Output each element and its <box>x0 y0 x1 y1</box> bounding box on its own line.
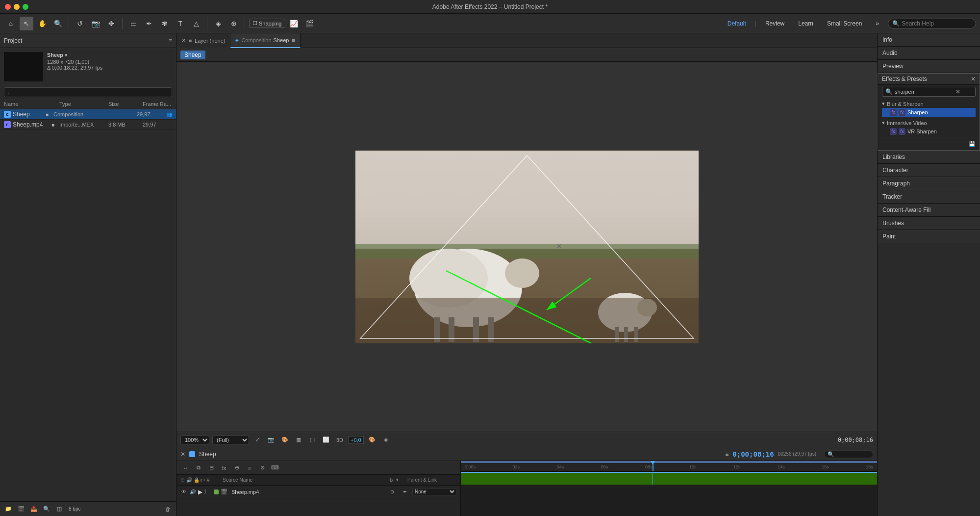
timeline-header: ✕ Sheep ≡ 0;00;08;16 00256 (29,97 fps) <box>176 447 877 461</box>
nav-small-screen[interactable]: Small Screen <box>822 18 867 29</box>
ep-sharpen-fx-icon: fx <box>890 109 897 116</box>
selection-tool[interactable]: ↖ <box>20 17 33 30</box>
maximize-button[interactable] <box>23 4 28 10</box>
layer-tab[interactable]: ✕ ■ Layer (none) <box>176 33 230 48</box>
ruler-mark-6: 06s <box>601 464 608 469</box>
project-search-input[interactable] <box>4 87 172 97</box>
snapping-toggle[interactable]: ☐ Snapping <box>249 19 285 28</box>
layer-pen-btn[interactable]: ✒ <box>400 487 410 497</box>
unified-camera-tool[interactable]: 📷 <box>89 17 102 30</box>
rotate-tool[interactable]: ↺ <box>73 17 87 30</box>
search-project-btn[interactable]: 🔍 <box>41 504 52 515</box>
rp-paint-header[interactable]: Paint <box>878 230 980 243</box>
zoom-tool[interactable]: 🔍 <box>51 17 65 30</box>
tl-ctrl-5[interactable]: ⊕ <box>231 463 242 473</box>
tl-timecode[interactable]: 0;00;08;16 <box>732 450 774 458</box>
resolution-btn[interactable]: ▦ <box>293 435 304 445</box>
rp-audio-header[interactable]: Audio <box>878 47 980 59</box>
tl-ctrl-8[interactable]: ⌨ <box>270 463 280 473</box>
ep-clear-btn[interactable]: ✕ <box>955 88 960 95</box>
flowchart-btn[interactable]: ◫ <box>54 504 65 515</box>
project-item-sheep-mp4[interactable]: F Sheep.mp4 ■ Importe...MEX 3,8 MB 29,97 <box>0 120 176 130</box>
tl-ctrl-4[interactable]: fx <box>219 463 229 473</box>
rp-character-header[interactable]: Character <box>878 164 980 177</box>
search-input[interactable] <box>902 20 970 27</box>
mask-tool[interactable]: ▭ <box>126 17 140 30</box>
close-timeline-btn[interactable]: ✕ <box>180 451 185 458</box>
show-channel-btn[interactable]: 🎨 <box>279 435 290 445</box>
3d-renderer-btn[interactable]: 3D <box>334 435 345 445</box>
rp-info-header[interactable]: Info <box>878 33 980 46</box>
comp-tab-sheep[interactable]: ◈ Composition Sheep ≡ <box>230 33 300 48</box>
tl-ctrl-2[interactable]: ⧉ <box>193 463 204 473</box>
tl-ctrl-6[interactable]: ≡ <box>244 463 255 473</box>
region-of-interest-btn[interactable]: ⬚ <box>307 435 318 445</box>
nav-more[interactable]: » <box>871 18 884 29</box>
pen-tool[interactable]: ✒ <box>142 17 156 30</box>
layer-vis-eye[interactable]: 👁 <box>180 489 187 495</box>
rp-libraries-header[interactable]: Libraries <box>878 151 980 163</box>
rp-preview-header[interactable]: Preview <box>878 60 980 73</box>
layer-motion-blur-btn[interactable]: ⊙ <box>387 487 398 497</box>
snapshot-btn[interactable]: 📷 <box>266 435 276 445</box>
nav-learn[interactable]: Learn <box>793 18 818 29</box>
ep-search-input[interactable] <box>895 89 954 95</box>
rp-brushes-header[interactable]: Brushes <box>878 217 980 230</box>
motion-sketch-btn[interactable]: 🎬 <box>303 17 317 30</box>
rp-paragraph-header[interactable]: Paragraph <box>878 177 980 190</box>
svg-text:✕: ✕ <box>556 242 562 250</box>
fit-to-view-btn[interactable]: ⤢ <box>252 435 263 445</box>
new-folder-btn[interactable]: 📁 <box>3 504 14 515</box>
tl-ctrl-3[interactable]: ⊟ <box>206 463 217 473</box>
puppet-tool[interactable]: ◈ <box>211 17 225 30</box>
tl-ctrl-7[interactable]: ⊗ <box>257 463 268 473</box>
nav-default[interactable]: Default <box>723 18 751 29</box>
quality-select[interactable]: (Full) (Half) (Quarter) <box>212 436 249 444</box>
comp-tab-menu[interactable]: ≡ <box>292 37 295 43</box>
mask-feather-tool[interactable]: ✾ <box>158 17 172 30</box>
tl-menu-icon[interactable]: ≡ <box>725 451 729 458</box>
ep-blur-sharpen-header[interactable]: ▾ Blur & Sharpen <box>882 100 976 108</box>
tl-track-sheep-mp4[interactable] <box>461 472 877 485</box>
layer-expander[interactable]: ▶ <box>198 489 202 495</box>
ep-item-sharpen[interactable]: fx fx Sharpen <box>882 108 976 117</box>
tl-search-input[interactable] <box>824 450 873 458</box>
graph-editor-btn[interactable]: 📈 <box>287 17 301 30</box>
ep-sharpen-label: Sharpen <box>907 109 928 115</box>
tl-ruler[interactable]: 0:00s 02s 04s 06s 08s 10s 12s 14s 16s 18… <box>461 461 877 472</box>
snapping-checkbox: ☐ <box>252 20 257 26</box>
import-file-btn[interactable]: 📥 <box>28 504 39 515</box>
project-item-sheep-comp[interactable]: C Sheep ■ Composition 29,97 👥 <box>0 109 176 120</box>
minimize-button[interactable] <box>14 4 20 10</box>
layer-vis-audio[interactable]: 🔊 <box>189 489 196 495</box>
tl-empty-area <box>461 485 877 516</box>
color-correction-btn[interactable]: 🎨 <box>367 435 377 445</box>
trash-btn[interactable]: 🗑 <box>162 504 173 515</box>
hand-tool[interactable]: ✋ <box>35 17 49 30</box>
col-type-header: Type <box>59 101 108 107</box>
layer-parent-select[interactable]: None <box>412 488 456 495</box>
ep-item-vr-sharpen[interactable]: fx fx VR Sharpen <box>882 127 976 136</box>
zoom-select[interactable]: 100% 50% 200% <box>180 436 209 444</box>
home-tool[interactable]: ⌂ <box>4 17 18 30</box>
type-tool[interactable]: T <box>174 17 187 30</box>
viewer-tab-sheep[interactable]: Sheep <box>180 51 205 59</box>
rp-content-aware-header[interactable]: Content-Aware Fill <box>878 204 980 216</box>
nav-review[interactable]: Review <box>760 18 789 29</box>
tl-layer-row-1[interactable]: 👁 🔊 ▶ 1 🎬 Sheep.mp4 ⊙ ✒ None <box>176 486 460 498</box>
new-comp-btn[interactable]: 🎬 <box>16 504 26 515</box>
close-button[interactable] <box>5 4 11 10</box>
close-layer-tab[interactable]: ✕ <box>181 37 186 44</box>
pan-tool[interactable]: ✥ <box>104 17 118 30</box>
rp-tracker-header[interactable]: Tracker <box>878 190 980 203</box>
ep-new-preset-btn[interactable]: 💾 <box>967 138 978 149</box>
shape-tool[interactable]: △ <box>189 17 203 30</box>
project-panel-menu-icon[interactable]: ≡ <box>169 37 172 44</box>
draft-3d-btn[interactable]: ◈ <box>380 435 391 445</box>
tl-ctrl-1[interactable]: ↔ <box>180 463 191 473</box>
roto-brush-tool[interactable]: ⊕ <box>227 17 241 30</box>
ep-close-icon[interactable]: ✕ <box>971 76 976 82</box>
transparency-btn[interactable]: ⬜ <box>321 435 331 445</box>
ep-immersive-video-header[interactable]: ▾ Immersive Video <box>882 119 976 127</box>
svg-point-5 <box>505 258 539 288</box>
